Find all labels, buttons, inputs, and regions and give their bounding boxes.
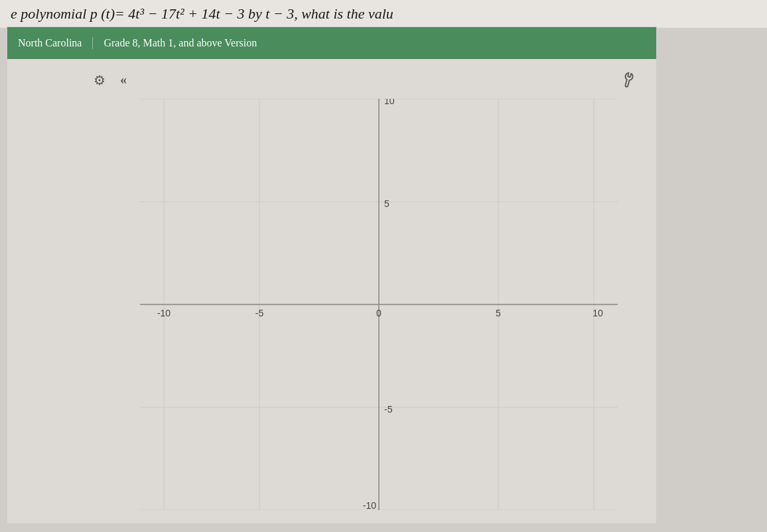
wrench-icon[interactable] bbox=[618, 70, 640, 92]
svg-text:-10: -10 bbox=[363, 500, 376, 510]
svg-text:10: 10 bbox=[384, 99, 395, 106]
graph-area: ⚙ « bbox=[7, 59, 656, 523]
chevron-left-icon[interactable]: « bbox=[120, 72, 127, 88]
svg-text:0: 0 bbox=[376, 308, 382, 318]
svg-text:-5: -5 bbox=[255, 308, 264, 318]
gear-icon[interactable]: ⚙ bbox=[94, 72, 105, 88]
svg-text:10: 10 bbox=[593, 308, 603, 318]
coordinate-graph: 10 5 -5 -10 -10 -5 0 5 10 bbox=[140, 99, 618, 510]
main-container: North Carolina Grade 8, Math 1, and abov… bbox=[7, 27, 657, 524]
svg-text:5: 5 bbox=[384, 198, 389, 209]
svg-text:-10: -10 bbox=[157, 308, 171, 318]
header-bar: North Carolina Grade 8, Math 1, and abov… bbox=[7, 27, 656, 59]
svg-text:5: 5 bbox=[496, 308, 501, 318]
svg-text:-5: -5 bbox=[384, 404, 393, 415]
header-grade: Grade 8, Math 1, and above Version bbox=[93, 37, 257, 49]
header-region: North Carolina bbox=[18, 37, 93, 49]
question-text: e polynomial p (t)= 4t³ − 17t² + 14t − 3… bbox=[0, 0, 767, 28]
